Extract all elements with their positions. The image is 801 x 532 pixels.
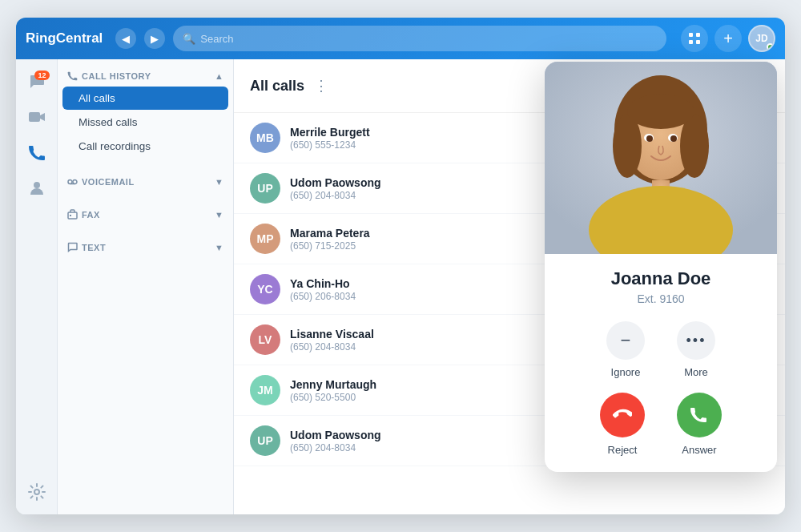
svg-point-5: [34, 182, 40, 188]
text-title: TEXT: [67, 242, 106, 252]
svg-point-18: [627, 94, 694, 129]
avatar: MP: [250, 224, 280, 254]
fax-chevron: ▼: [215, 210, 223, 220]
avatar: UP: [250, 173, 280, 204]
answer-icon: [690, 405, 709, 425]
add-button[interactable]: +: [714, 25, 742, 52]
sidebar-section-call-history: CALL HISTORY ▲ All calls Missed calls Ca…: [58, 59, 233, 165]
search-input[interactable]: [200, 33, 657, 45]
sidebar-item-all-calls[interactable]: All calls: [62, 87, 228, 110]
caller-photo-illustration: [545, 62, 777, 254]
icon-bar: 12: [16, 59, 58, 514]
title-bar-actions: + JD: [681, 25, 775, 52]
more-dots-icon: •••: [686, 332, 706, 349]
reject-action[interactable]: Reject: [600, 393, 645, 456]
ignore-button[interactable]: −: [606, 321, 645, 360]
svg-rect-3: [696, 40, 700, 44]
sidebar-item-phone[interactable]: [21, 138, 53, 170]
fax-section-icon: [67, 209, 78, 220]
online-status-dot: [767, 43, 774, 50]
grid-icon: [688, 32, 701, 45]
content-title: All calls: [250, 78, 304, 95]
reject-label: Reject: [608, 444, 638, 456]
avatar: YC: [250, 274, 280, 304]
sidebar-item-missed-calls[interactable]: Missed calls: [62, 111, 228, 134]
nav-forward-button[interactable]: ▶: [144, 28, 165, 49]
svg-rect-2: [689, 40, 693, 44]
avatar: LV: [250, 324, 280, 355]
ignore-icon: −: [621, 330, 631, 351]
sidebar-item-contacts[interactable]: [21, 173, 53, 205]
call-history-title: CALL HISTORY: [67, 71, 151, 81]
sidebar-section-header-call-history[interactable]: CALL HISTORY ▲: [58, 66, 233, 86]
reject-button[interactable]: [600, 393, 645, 437]
svg-rect-9: [68, 212, 77, 219]
user-avatar[interactable]: JD: [748, 25, 775, 52]
nav-back-button[interactable]: ◀: [115, 28, 136, 49]
sidebar-section-header-text[interactable]: TEXT ▼: [58, 237, 233, 257]
search-bar[interactable]: 🔍: [173, 26, 666, 51]
sidebar-section-voicemail: VOICEMAIL ▼: [58, 165, 233, 198]
avatar: JM: [250, 375, 280, 405]
content-more-button[interactable]: ⋮: [314, 77, 328, 95]
svg-rect-0: [689, 33, 693, 37]
app-window: RingCentral ◀ ▶ 🔍 + JD: [16, 18, 785, 514]
avatar-initials: JD: [755, 33, 767, 44]
voicemail-section-icon: [67, 176, 78, 187]
sidebar-section-header-voicemail[interactable]: VOICEMAIL ▼: [58, 171, 233, 191]
svg-rect-4: [29, 112, 40, 122]
ignore-action[interactable]: − Ignore: [606, 321, 645, 378]
video-icon: [28, 108, 46, 130]
svg-point-22: [670, 135, 677, 142]
avatar: MB: [250, 123, 280, 153]
call-actions-bottom: Reject Answer: [561, 393, 761, 456]
incoming-call-panel: Joanna Doe Ext. 9160 − Ignore ••• More: [545, 62, 777, 472]
ignore-label: Ignore: [611, 366, 641, 378]
avatar: UP: [250, 425, 280, 456]
svg-point-6: [34, 490, 39, 494]
sidebar: CALL HISTORY ▲ All calls Missed calls Ca…: [58, 59, 234, 514]
call-actions-top: − Ignore ••• More: [561, 321, 761, 378]
reject-icon: [613, 405, 632, 425]
answer-action[interactable]: Answer: [677, 393, 722, 456]
phone-section-icon: [67, 71, 78, 81]
answer-label: Answer: [682, 444, 716, 456]
title-bar: RingCentral ◀ ▶ 🔍 + JD: [16, 18, 785, 59]
fax-title: FAX: [67, 209, 100, 220]
text-section-icon: [67, 242, 78, 252]
settings-icon: [28, 483, 46, 505]
call-history-chevron: ▲: [215, 71, 223, 81]
svg-rect-10: [70, 215, 71, 216]
brand-logo: RingCentral: [26, 30, 103, 46]
caller-ext-display: Ext. 9160: [561, 292, 761, 305]
phone-active-icon: [28, 143, 46, 165]
call-panel-info: Joanna Doe Ext. 9160 − Ignore ••• More: [545, 254, 777, 472]
sidebar-item-messages[interactable]: 12: [21, 67, 53, 99]
svg-rect-1: [696, 33, 700, 37]
text-chevron: ▼: [215, 243, 223, 252]
apps-button[interactable]: [681, 25, 708, 52]
answer-button[interactable]: [677, 393, 722, 437]
contacts-icon: [28, 179, 46, 200]
voicemail-chevron: ▼: [215, 177, 223, 187]
more-action[interactable]: ••• More: [677, 321, 715, 378]
more-button[interactable]: •••: [677, 321, 715, 360]
sidebar-section-header-fax[interactable]: FAX ▼: [58, 204, 233, 224]
voicemail-title: VOICEMAIL: [67, 176, 135, 187]
sidebar-item-call-recordings[interactable]: Call recordings: [62, 135, 228, 158]
svg-point-21: [646, 135, 653, 142]
messages-badge: 12: [34, 71, 49, 80]
search-icon: 🔍: [183, 33, 195, 45]
sidebar-item-video[interactable]: [21, 103, 53, 135]
sidebar-section-fax: FAX ▼: [58, 198, 233, 231]
caller-photo: [545, 62, 777, 254]
settings-button[interactable]: [21, 482, 53, 514]
caller-name-display: Joanna Doe: [561, 268, 761, 289]
sidebar-section-text: TEXT ▼: [58, 231, 233, 264]
more-label: More: [684, 366, 708, 378]
